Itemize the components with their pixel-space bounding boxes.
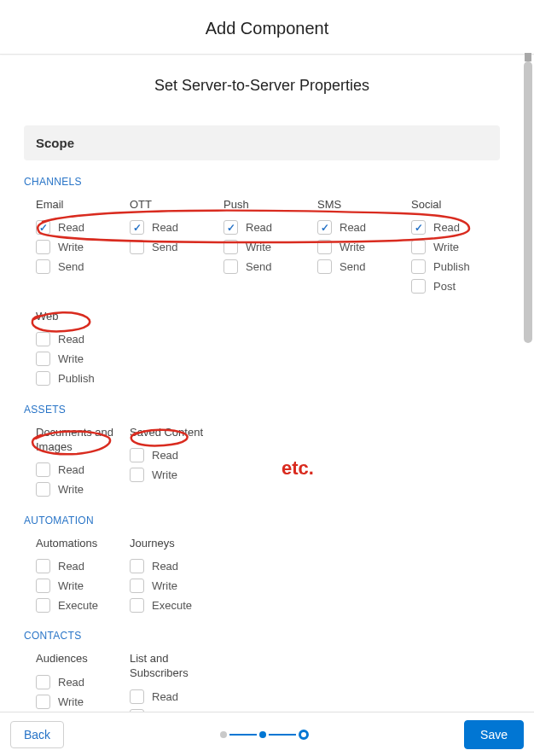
- checkbox-audiences-read[interactable]: [36, 675, 50, 689]
- column-head: OTT: [130, 198, 223, 212]
- progress-step-1[interactable]: [220, 731, 227, 738]
- checkbox-sms-write[interactable]: [317, 240, 332, 254]
- group-label-channels: CHANNELS: [24, 176, 500, 188]
- checkbox-label: Read: [58, 676, 84, 689]
- checkbox-automations-execute[interactable]: [36, 598, 50, 613]
- checkbox-label: Send: [58, 260, 84, 273]
- group-label-automation: AUTOMATION: [24, 515, 500, 526]
- checkbox-label: Write: [58, 579, 84, 592]
- checkbox-saved-content-write[interactable]: [130, 468, 144, 482]
- checkbox-label: Read: [152, 560, 178, 573]
- column-head: Email: [36, 198, 130, 212]
- checkbox-label: Execute: [58, 599, 98, 612]
- checkbox-label: Read: [433, 221, 460, 234]
- checkbox-label: Publish: [433, 260, 470, 273]
- checkbox-label: Write: [58, 695, 84, 708]
- annotation-etc: etc.: [282, 457, 314, 480]
- checkbox-label: Write: [340, 241, 365, 253]
- checkbox-automations-write[interactable]: [36, 579, 50, 593]
- checkbox-social-read[interactable]: [411, 220, 426, 235]
- checkbox-ott-send[interactable]: [130, 240, 144, 254]
- checkbox-sms-read[interactable]: [317, 220, 332, 235]
- checkbox-social-publish[interactable]: [411, 259, 426, 274]
- checkbox-label: Read: [152, 221, 178, 234]
- checkbox-email-read[interactable]: [36, 220, 50, 235]
- column-head: Push: [223, 198, 317, 212]
- progress-bar-1: [229, 734, 257, 736]
- checkbox-automations-read[interactable]: [36, 559, 50, 573]
- modal-title: Add Component: [0, 0, 534, 54]
- scrollbar-thumb[interactable]: [524, 61, 532, 343]
- checkbox-label: Send: [152, 241, 177, 253]
- checkbox-label: Read: [58, 463, 84, 476]
- column-head: Journeys: [130, 537, 223, 551]
- checkbox-list-and-subscribers-read[interactable]: [130, 689, 144, 704]
- checkbox-sms-send[interactable]: [317, 259, 332, 274]
- checkbox-label: Read: [58, 221, 84, 234]
- scroll-arrow-icon[interactable]: [525, 53, 531, 61]
- checkbox-web-write[interactable]: [36, 352, 50, 366]
- column-head: Audiences: [36, 652, 130, 666]
- checkbox-web-read[interactable]: [36, 332, 50, 346]
- progress-step-3[interactable]: [299, 730, 309, 740]
- checkbox-label: Write: [246, 241, 271, 253]
- column-head: Saved Content: [130, 426, 223, 440]
- step-progress: [64, 730, 464, 740]
- checkbox-web-publish[interactable]: [36, 371, 50, 386]
- checkbox-label: Publish: [58, 372, 95, 385]
- checkbox-label: Write: [433, 241, 459, 253]
- checkbox-label: Read: [340, 221, 366, 234]
- checkbox-label: Execute: [152, 599, 192, 612]
- save-button[interactable]: Save: [464, 720, 524, 749]
- checkbox-email-send[interactable]: [36, 259, 50, 274]
- checkbox-documents-and-images-write[interactable]: [36, 482, 50, 497]
- column-head: List and Subscribers: [130, 652, 223, 681]
- checkbox-journeys-read[interactable]: [130, 559, 144, 573]
- back-button[interactable]: Back: [10, 721, 64, 748]
- checkbox-push-send[interactable]: [223, 259, 238, 274]
- checkbox-label: Write: [58, 241, 84, 253]
- group-label-contacts: CONTACTS: [24, 630, 500, 642]
- column-head: Automations: [36, 537, 130, 551]
- checkbox-journeys-write[interactable]: [130, 579, 144, 593]
- column-head: Documents and Images: [36, 426, 130, 455]
- column-head: Web: [36, 310, 130, 324]
- checkbox-social-post[interactable]: [411, 279, 426, 294]
- checkbox-journeys-execute[interactable]: [130, 598, 144, 613]
- checkbox-label: Send: [340, 260, 365, 273]
- checkbox-saved-content-read[interactable]: [130, 448, 144, 462]
- checkbox-label: Write: [58, 483, 84, 496]
- modal-footer: Back Save: [0, 712, 534, 756]
- column-head: Social: [411, 198, 505, 212]
- checkbox-audiences-write[interactable]: [36, 695, 50, 709]
- checkbox-label: Read: [58, 333, 84, 346]
- checkbox-label: Post: [433, 280, 456, 293]
- section-scope: Scope: [24, 125, 500, 160]
- checkbox-documents-and-images-read[interactable]: [36, 462, 50, 477]
- checkbox-label: Read: [152, 690, 178, 703]
- progress-step-2[interactable]: [259, 731, 266, 738]
- checkbox-label: Send: [246, 260, 271, 273]
- checkbox-push-write[interactable]: [223, 240, 238, 254]
- checkbox-label: Write: [152, 468, 177, 481]
- checkbox-social-write[interactable]: [411, 240, 426, 254]
- progress-bar-2: [269, 734, 296, 736]
- scroll-area[interactable]: Set Server-to-Server Properties Scope CH…: [0, 51, 524, 712]
- page-subheader: Set Server-to-Server Properties: [24, 77, 500, 95]
- checkbox-ott-read[interactable]: [130, 220, 144, 235]
- checkbox-push-read[interactable]: [223, 220, 238, 235]
- group-label-assets: ASSETS: [24, 404, 500, 416]
- checkbox-label: Read: [152, 449, 178, 462]
- column-head: SMS: [317, 198, 411, 212]
- checkbox-label: Read: [246, 221, 272, 234]
- checkbox-label: Read: [58, 560, 84, 573]
- checkbox-label: Write: [152, 579, 177, 592]
- checkbox-email-write[interactable]: [36, 240, 50, 254]
- checkbox-label: Write: [58, 352, 84, 365]
